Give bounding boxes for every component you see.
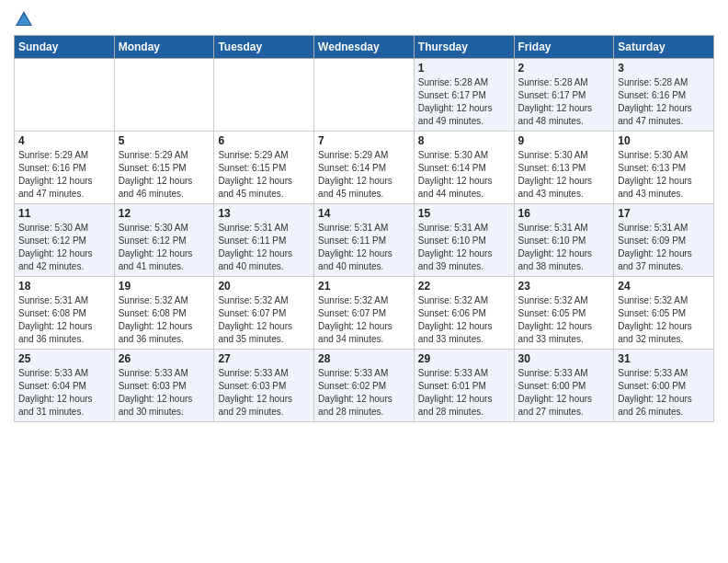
day-number: 28 bbox=[318, 352, 410, 365]
calendar-cell: 30Sunrise: 5:33 AM Sunset: 6:00 PM Dayli… bbox=[514, 350, 614, 422]
calendar-cell: 26Sunrise: 5:33 AM Sunset: 6:03 PM Dayli… bbox=[114, 350, 214, 422]
day-info: Sunrise: 5:32 AM Sunset: 6:07 PM Dayligh… bbox=[318, 294, 410, 346]
day-info: Sunrise: 5:31 AM Sunset: 6:11 PM Dayligh… bbox=[218, 222, 310, 273]
day-number: 25 bbox=[18, 352, 110, 365]
calendar-cell: 18Sunrise: 5:31 AM Sunset: 6:08 PM Dayli… bbox=[15, 277, 115, 350]
day-info: Sunrise: 5:29 AM Sunset: 6:15 PM Dayligh… bbox=[119, 149, 210, 201]
day-number: 19 bbox=[119, 280, 210, 293]
calendar-cell: 14Sunrise: 5:31 AM Sunset: 6:11 PM Dayli… bbox=[314, 204, 415, 277]
calendar-cell: 7Sunrise: 5:29 AM Sunset: 6:14 PM Daylig… bbox=[314, 132, 415, 204]
day-info: Sunrise: 5:30 AM Sunset: 6:14 PM Dayligh… bbox=[418, 149, 510, 201]
day-number: 11 bbox=[18, 207, 110, 220]
calendar-cell bbox=[314, 59, 415, 132]
calendar-header-saturday: Saturday bbox=[614, 36, 714, 59]
calendar-cell: 2Sunrise: 5:28 AM Sunset: 6:17 PM Daylig… bbox=[514, 59, 614, 132]
calendar-cell: 31Sunrise: 5:33 AM Sunset: 6:00 PM Dayli… bbox=[614, 350, 714, 422]
day-info: Sunrise: 5:30 AM Sunset: 6:13 PM Dayligh… bbox=[518, 149, 610, 201]
calendar-week-1: 4Sunrise: 5:29 AM Sunset: 6:16 PM Daylig… bbox=[15, 132, 714, 204]
calendar-week-0: 1Sunrise: 5:28 AM Sunset: 6:17 PM Daylig… bbox=[15, 59, 714, 132]
day-number: 8 bbox=[418, 134, 510, 147]
day-info: Sunrise: 5:28 AM Sunset: 6:17 PM Dayligh… bbox=[418, 76, 510, 128]
day-info: Sunrise: 5:31 AM Sunset: 6:10 PM Dayligh… bbox=[418, 222, 510, 273]
day-info: Sunrise: 5:30 AM Sunset: 6:12 PM Dayligh… bbox=[18, 222, 110, 273]
day-info: Sunrise: 5:33 AM Sunset: 6:02 PM Dayligh… bbox=[318, 367, 410, 419]
header bbox=[14, 9, 714, 29]
day-info: Sunrise: 5:32 AM Sunset: 6:08 PM Dayligh… bbox=[119, 294, 210, 346]
day-info: Sunrise: 5:28 AM Sunset: 6:17 PM Dayligh… bbox=[518, 76, 610, 128]
logo-icon bbox=[14, 9, 34, 29]
day-info: Sunrise: 5:31 AM Sunset: 6:09 PM Dayligh… bbox=[618, 222, 710, 273]
day-info: Sunrise: 5:30 AM Sunset: 6:13 PM Dayligh… bbox=[618, 149, 710, 201]
day-number: 31 bbox=[618, 352, 710, 365]
calendar-header-monday: Monday bbox=[114, 36, 214, 59]
day-info: Sunrise: 5:33 AM Sunset: 6:01 PM Dayligh… bbox=[418, 367, 510, 419]
calendar-cell: 17Sunrise: 5:31 AM Sunset: 6:09 PM Dayli… bbox=[614, 204, 714, 277]
day-number: 1 bbox=[418, 62, 510, 75]
day-info: Sunrise: 5:30 AM Sunset: 6:12 PM Dayligh… bbox=[119, 222, 210, 273]
day-info: Sunrise: 5:29 AM Sunset: 6:16 PM Dayligh… bbox=[18, 149, 110, 201]
day-number: 30 bbox=[518, 352, 610, 365]
day-number: 20 bbox=[218, 280, 310, 293]
calendar-cell: 5Sunrise: 5:29 AM Sunset: 6:15 PM Daylig… bbox=[114, 132, 214, 204]
page: SundayMondayTuesdayWednesdayThursdayFrid… bbox=[0, 0, 728, 431]
day-number: 13 bbox=[218, 207, 310, 220]
calendar-cell: 12Sunrise: 5:30 AM Sunset: 6:12 PM Dayli… bbox=[114, 204, 214, 277]
day-number: 5 bbox=[119, 134, 210, 147]
calendar-week-3: 18Sunrise: 5:31 AM Sunset: 6:08 PM Dayli… bbox=[15, 277, 714, 350]
calendar-header-thursday: Thursday bbox=[414, 36, 514, 59]
calendar-cell bbox=[15, 59, 115, 132]
calendar-cell: 16Sunrise: 5:31 AM Sunset: 6:10 PM Dayli… bbox=[514, 204, 614, 277]
day-number: 3 bbox=[618, 62, 710, 75]
day-number: 18 bbox=[18, 280, 110, 293]
calendar-cell: 6Sunrise: 5:29 AM Sunset: 6:15 PM Daylig… bbox=[214, 132, 314, 204]
day-info: Sunrise: 5:32 AM Sunset: 6:05 PM Dayligh… bbox=[618, 294, 710, 346]
calendar-cell: 22Sunrise: 5:32 AM Sunset: 6:06 PM Dayli… bbox=[414, 277, 514, 350]
calendar-cell: 3Sunrise: 5:28 AM Sunset: 6:16 PM Daylig… bbox=[614, 59, 714, 132]
day-number: 6 bbox=[218, 134, 310, 147]
calendar-cell: 10Sunrise: 5:30 AM Sunset: 6:13 PM Dayli… bbox=[614, 132, 714, 204]
calendar: SundayMondayTuesdayWednesdayThursdayFrid… bbox=[14, 35, 714, 422]
calendar-cell: 15Sunrise: 5:31 AM Sunset: 6:10 PM Dayli… bbox=[414, 204, 514, 277]
calendar-cell: 20Sunrise: 5:32 AM Sunset: 6:07 PM Dayli… bbox=[214, 277, 314, 350]
day-info: Sunrise: 5:32 AM Sunset: 6:06 PM Dayligh… bbox=[418, 294, 510, 346]
day-info: Sunrise: 5:33 AM Sunset: 6:03 PM Dayligh… bbox=[218, 367, 310, 419]
calendar-week-4: 25Sunrise: 5:33 AM Sunset: 6:04 PM Dayli… bbox=[15, 350, 714, 422]
day-info: Sunrise: 5:32 AM Sunset: 6:07 PM Dayligh… bbox=[218, 294, 310, 346]
calendar-cell bbox=[214, 59, 314, 132]
calendar-cell: 25Sunrise: 5:33 AM Sunset: 6:04 PM Dayli… bbox=[15, 350, 115, 422]
calendar-cell: 19Sunrise: 5:32 AM Sunset: 6:08 PM Dayli… bbox=[114, 277, 214, 350]
calendar-cell: 9Sunrise: 5:30 AM Sunset: 6:13 PM Daylig… bbox=[514, 132, 614, 204]
calendar-cell: 28Sunrise: 5:33 AM Sunset: 6:02 PM Dayli… bbox=[314, 350, 415, 422]
day-info: Sunrise: 5:33 AM Sunset: 6:04 PM Dayligh… bbox=[18, 367, 110, 419]
calendar-header-wednesday: Wednesday bbox=[314, 36, 415, 59]
day-number: 4 bbox=[18, 134, 110, 147]
day-info: Sunrise: 5:31 AM Sunset: 6:11 PM Dayligh… bbox=[318, 222, 410, 273]
day-number: 22 bbox=[418, 280, 510, 293]
calendar-cell: 24Sunrise: 5:32 AM Sunset: 6:05 PM Dayli… bbox=[614, 277, 714, 350]
day-info: Sunrise: 5:32 AM Sunset: 6:05 PM Dayligh… bbox=[518, 294, 610, 346]
calendar-cell: 29Sunrise: 5:33 AM Sunset: 6:01 PM Dayli… bbox=[414, 350, 514, 422]
day-number: 21 bbox=[318, 280, 410, 293]
day-number: 23 bbox=[518, 280, 610, 293]
calendar-header-tuesday: Tuesday bbox=[214, 36, 314, 59]
header-row: SundayMondayTuesdayWednesdayThursdayFrid… bbox=[15, 36, 714, 59]
calendar-week-2: 11Sunrise: 5:30 AM Sunset: 6:12 PM Dayli… bbox=[15, 204, 714, 277]
day-number: 12 bbox=[119, 207, 210, 220]
day-number: 17 bbox=[618, 207, 710, 220]
day-number: 10 bbox=[618, 134, 710, 147]
day-info: Sunrise: 5:31 AM Sunset: 6:08 PM Dayligh… bbox=[18, 294, 110, 346]
day-number: 9 bbox=[518, 134, 610, 147]
day-info: Sunrise: 5:28 AM Sunset: 6:16 PM Dayligh… bbox=[618, 76, 710, 128]
calendar-cell: 11Sunrise: 5:30 AM Sunset: 6:12 PM Dayli… bbox=[15, 204, 115, 277]
day-info: Sunrise: 5:33 AM Sunset: 6:03 PM Dayligh… bbox=[119, 367, 210, 419]
day-info: Sunrise: 5:33 AM Sunset: 6:00 PM Dayligh… bbox=[518, 367, 610, 419]
day-number: 29 bbox=[418, 352, 510, 365]
calendar-header-sunday: Sunday bbox=[15, 36, 115, 59]
calendar-cell bbox=[114, 59, 214, 132]
calendar-cell: 8Sunrise: 5:30 AM Sunset: 6:14 PM Daylig… bbox=[414, 132, 514, 204]
calendar-cell: 27Sunrise: 5:33 AM Sunset: 6:03 PM Dayli… bbox=[214, 350, 314, 422]
day-info: Sunrise: 5:31 AM Sunset: 6:10 PM Dayligh… bbox=[518, 222, 610, 273]
logo bbox=[14, 9, 38, 29]
day-number: 16 bbox=[518, 207, 610, 220]
day-info: Sunrise: 5:29 AM Sunset: 6:14 PM Dayligh… bbox=[318, 149, 410, 201]
